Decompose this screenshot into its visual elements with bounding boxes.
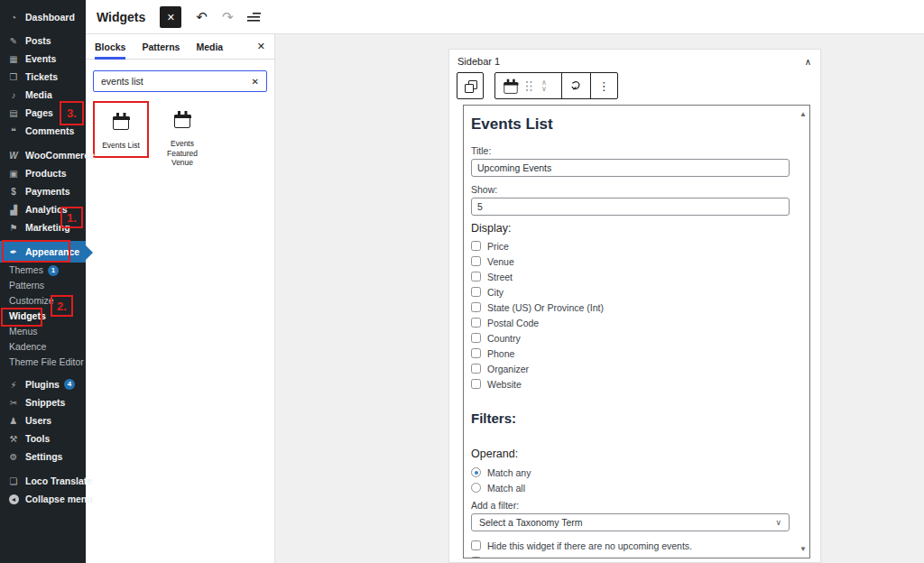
block-options-button[interactable]: ⋮ [590, 73, 617, 98]
sidebar-item-widgets[interactable]: Widgets [0, 309, 86, 324]
appearance-active-arrow [86, 245, 100, 260]
radio-icon[interactable] [471, 467, 481, 477]
tab-patterns[interactable]: Patterns [142, 34, 180, 60]
collapse-panel-chevron-icon[interactable]: ∧ [805, 57, 811, 67]
checkbox-icon[interactable] [471, 379, 481, 389]
move-widget-area-icon [569, 79, 583, 93]
posts-icon [7, 36, 20, 46]
sidebar-item-appearance[interactable]: Appearance [0, 241, 86, 263]
scroll-down-icon[interactable]: ▼ [799, 545, 807, 553]
display-option-row[interactable]: Postal Code [471, 315, 790, 330]
checkbox-icon[interactable] [471, 287, 481, 297]
sidebar-item-posts[interactable]: Posts [0, 32, 86, 50]
sidebar-item-media[interactable]: Media [0, 86, 86, 104]
sidebar-item-menus[interactable]: Menus [0, 324, 86, 339]
sidebar-item-products[interactable]: Products [0, 164, 86, 182]
display-option-row[interactable]: City [471, 284, 790, 300]
tab-blocks[interactable]: Blocks [95, 34, 125, 60]
sidebar-item-pages[interactable]: Pages [0, 104, 86, 122]
events-icon [7, 54, 20, 64]
display-option-row[interactable]: Country [471, 330, 790, 346]
scroll-up-icon[interactable]: ▲ [799, 110, 807, 118]
add-filter-label: Add a filter: [471, 500, 790, 511]
sidebar-item-events[interactable]: Events [0, 50, 86, 68]
block-card-events-list[interactable]: Events List [95, 103, 147, 156]
pages-icon [7, 108, 20, 118]
display-option-row[interactable]: State (US) Or Province (Int) [471, 300, 790, 315]
move-to-widget-area-button[interactable] [561, 73, 590, 98]
show-input[interactable] [471, 198, 790, 216]
tools-icon [7, 434, 20, 444]
sidebar-item-collapse-menu[interactable]: Collapse menu [0, 490, 86, 508]
payments-icon [7, 187, 20, 197]
sidebar-item-patterns[interactable]: Patterns [0, 278, 86, 293]
sidebar-item-snippets[interactable]: Snippets [0, 393, 86, 411]
sidebar-item-woocommerce[interactable]: WooCommerce [0, 146, 86, 164]
calendar-icon [113, 116, 129, 130]
sidebar-item-loco-translate[interactable]: Loco Translate [0, 472, 86, 490]
plugins-count-badge: 4 [64, 379, 75, 390]
redo-icon[interactable]: ↷ [222, 9, 234, 25]
extra-option-row[interactable]: Limit to featured events only [471, 554, 790, 559]
operand-option-row[interactable]: Match any [471, 465, 790, 480]
admin-sidebar: Dashboard Posts Events Tickets Media Pag… [0, 0, 86, 563]
title-input[interactable] [471, 159, 790, 177]
display-option-row[interactable]: Website [471, 376, 790, 392]
sidebar-item-users[interactable]: Users [0, 411, 86, 429]
checkbox-icon[interactable] [471, 540, 481, 550]
extra-options-list: Hide this widget if there are no upcomin… [471, 538, 790, 558]
undo-icon[interactable]: ↶ [196, 9, 208, 25]
block-search-input[interactable] [94, 76, 245, 87]
sidebar-item-payments[interactable]: Payments [0, 182, 86, 200]
display-option-row[interactable]: Organizer [471, 361, 790, 376]
sidebar-item-theme-file-editor[interactable]: Theme File Editor [0, 355, 86, 370]
sidebar-item-marketing[interactable]: Marketing [0, 218, 86, 236]
radio-icon[interactable] [471, 483, 481, 493]
checkbox-icon[interactable] [471, 256, 481, 266]
calendar-icon [504, 82, 517, 94]
sidebar-item-tools[interactable]: Tools [0, 429, 86, 448]
sidebar-item-kadence[interactable]: Kadence [0, 339, 86, 355]
products-icon [7, 169, 20, 179]
clear-search-icon[interactable]: ✕ [245, 77, 266, 87]
display-option-row[interactable]: Venue [471, 254, 790, 269]
tab-media[interactable]: Media [196, 34, 223, 60]
taxonomy-term-select[interactable]: Select a Taxonomy Term ∨ [471, 513, 790, 531]
checkbox-icon[interactable] [471, 348, 481, 358]
sidebar-item-settings[interactable]: Settings [0, 448, 86, 466]
block-inserter-toggle-button[interactable]: ✕ [160, 6, 181, 28]
operand-option-row[interactable]: Match all [471, 480, 790, 495]
marketing-icon [7, 223, 20, 233]
drag-handle-icon[interactable] [526, 80, 533, 92]
editor-topbar: Widgets ✕ ↶ ↷ [86, 0, 924, 34]
filters-heading: Filters: [471, 411, 790, 426]
checkbox-icon[interactable] [471, 333, 481, 343]
widget-area-header[interactable]: Sidebar 1 ∧ [449, 50, 820, 70]
sidebar-item-plugins[interactable]: Plugins4 [0, 375, 86, 393]
woocommerce-icon [7, 151, 20, 161]
display-option-row[interactable]: Price [471, 238, 790, 254]
block-results: Events List Events Featured Venue [86, 92, 274, 173]
sidebar-item-dashboard[interactable]: Dashboard [0, 8, 86, 26]
collapse-menu-icon [7, 494, 20, 504]
comments-icon [7, 126, 20, 136]
display-option-row[interactable]: Phone [471, 346, 790, 361]
extra-option-row[interactable]: Hide this widget if there are no upcomin… [471, 538, 790, 554]
move-down-icon[interactable]: ∨ [541, 86, 547, 92]
list-view-icon[interactable] [247, 12, 261, 22]
block-switcher-button[interactable] [457, 72, 484, 99]
checkbox-icon[interactable] [471, 241, 481, 251]
checkbox-icon[interactable] [471, 557, 481, 558]
block-card-events-featured-venue[interactable]: Events Featured Venue [156, 101, 208, 173]
display-option-row[interactable]: Street [471, 269, 790, 284]
close-inserter-icon[interactable]: ✕ [257, 41, 265, 52]
checkbox-icon[interactable] [471, 302, 481, 312]
checkbox-icon[interactable] [471, 318, 481, 328]
sidebar-item-themes[interactable]: Themes1 [0, 263, 86, 278]
sidebar-item-analytics[interactable]: Analytics [0, 200, 86, 218]
sidebar-item-comments[interactable]: Comments [0, 122, 86, 140]
checkbox-icon[interactable] [471, 272, 481, 282]
sidebar-item-customize[interactable]: Customize [0, 293, 86, 309]
sidebar-item-tickets[interactable]: Tickets [0, 68, 86, 86]
checkbox-icon[interactable] [471, 364, 481, 374]
